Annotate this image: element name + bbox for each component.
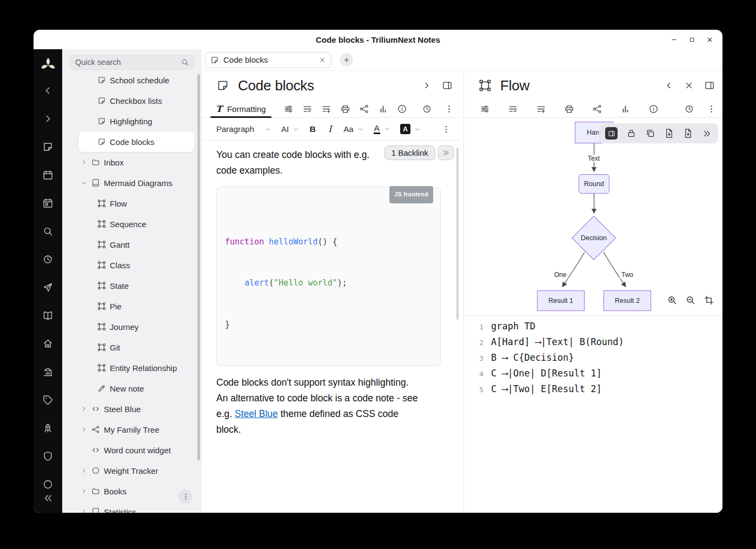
- note-title[interactable]: Code blocks: [238, 77, 314, 94]
- jump-to-note-launcher[interactable]: [34, 273, 62, 301]
- tree-item-steel-blue[interactable]: Steel Blue: [70, 399, 194, 419]
- expand-note-button[interactable]: [422, 81, 432, 90]
- revisions-button[interactable]: [421, 103, 432, 114]
- toggle-editor-panel-button[interactable]: [605, 127, 618, 140]
- pane-divider[interactable]: [460, 71, 464, 513]
- tree-item-journey[interactable]: Journey: [70, 316, 194, 337]
- backlink-expand-button[interactable]: [438, 145, 454, 160]
- chevron-right-icon[interactable]: [80, 487, 88, 495]
- text-size-dropdown[interactable]: Aa: [339, 122, 368, 136]
- tree-item-new-note[interactable]: New note: [70, 378, 194, 399]
- minimize-button[interactable]: [669, 35, 678, 44]
- owned-attributes-button[interactable]: [507, 103, 518, 114]
- new-note-launcher[interactable]: [34, 133, 62, 161]
- inherited-attributes-button[interactable]: [535, 103, 546, 114]
- tree-item-flow[interactable]: Flow: [70, 193, 194, 214]
- background-color-dropdown[interactable]: A: [396, 122, 425, 136]
- note-info-button[interactable]: [378, 103, 389, 114]
- tree-item-statistics[interactable]: Statistics: [70, 501, 194, 513]
- tree-item-gantt[interactable]: Gantt: [70, 234, 194, 255]
- chevron-right-icon[interactable]: [80, 158, 88, 166]
- italic-button[interactable]: I: [322, 121, 338, 137]
- tree-item-class[interactable]: Class: [70, 255, 194, 275]
- font-color-dropdown[interactable]: A: [369, 122, 395, 136]
- tree-item-code-blocks[interactable]: Code blocks: [78, 131, 194, 152]
- tab-close-button[interactable]: [319, 56, 326, 64]
- tree-item-state[interactable]: State: [70, 275, 194, 296]
- tree-item-school-schedule[interactable]: School schedule: [70, 70, 194, 90]
- tree-item-books[interactable]: Books: [70, 481, 194, 501]
- toggle-panel-button[interactable]: [704, 80, 715, 91]
- tree-item-checkbox-lists[interactable]: Checkbox lists: [70, 90, 194, 111]
- steel-blue-link[interactable]: Steel Blue: [235, 408, 278, 419]
- close-button[interactable]: [705, 35, 714, 44]
- tree-item-sequence[interactable]: Sequence: [70, 214, 194, 234]
- print-button[interactable]: [563, 103, 574, 114]
- ribbon-tab-formatting[interactable]: T Formatting: [210, 100, 271, 117]
- chevron-down-icon[interactable]: [80, 179, 88, 187]
- note-map-button[interactable]: [359, 103, 370, 114]
- tree-item-my-family-tree[interactable]: My Family Tree: [70, 419, 194, 440]
- maximize-button[interactable]: [687, 35, 696, 44]
- toolbar-overflow-button[interactable]: [702, 129, 712, 138]
- home-launcher[interactable]: [34, 329, 62, 358]
- today-launcher[interactable]: [34, 189, 62, 217]
- expand-tree-button[interactable]: [34, 104, 62, 133]
- tree-item-inbox[interactable]: Inbox: [70, 152, 194, 173]
- code-block[interactable]: JS frontend function helloWorld() { aler…: [216, 187, 441, 366]
- open-notes-launcher[interactable]: [34, 301, 62, 329]
- titlebar[interactable]: Code blocks - TriliumNext Notes: [34, 30, 722, 49]
- tree-item-highlighting[interactable]: Highlighting: [70, 111, 194, 131]
- info-button[interactable]: [648, 103, 659, 114]
- archive-launcher[interactable]: [34, 358, 62, 386]
- quick-search[interactable]: [69, 55, 195, 70]
- copy-image-button[interactable]: [645, 128, 655, 138]
- mermaid-source-editor[interactable]: 1graph TD 2A[Hard] ⟶|Text| B(Round) 3B ⟶…: [464, 316, 722, 513]
- collapse-pane-button[interactable]: [664, 81, 674, 90]
- editor-scrollbar[interactable]: [456, 148, 459, 320]
- note-title[interactable]: Flow: [500, 77, 529, 94]
- backlink-button[interactable]: 1 Backlink: [384, 145, 435, 160]
- toolbar-more-button[interactable]: [438, 121, 454, 137]
- tree-item-entity-relationship[interactable]: Entity Relationship: [70, 358, 194, 378]
- collapse-launcher-button[interactable]: [34, 490, 62, 506]
- export-svg-button[interactable]: [683, 128, 693, 138]
- export-png-button[interactable]: [664, 128, 674, 138]
- note-map-button[interactable]: [592, 103, 602, 114]
- chevron-right-icon[interactable]: [80, 426, 88, 433]
- tree-scrollbar[interactable]: [197, 74, 200, 460]
- tree-item-pie[interactable]: Pie: [70, 296, 194, 316]
- reset-zoom-button[interactable]: [704, 295, 714, 306]
- quick-search-input[interactable]: [75, 58, 176, 67]
- basic-properties-button[interactable]: [479, 103, 490, 114]
- tree-item-weight-tracker[interactable]: Weight Tracker: [70, 460, 194, 481]
- ribbon-more-button[interactable]: [443, 103, 454, 114]
- bold-button[interactable]: B: [304, 121, 321, 137]
- tree-item-git[interactable]: Git: [70, 337, 194, 358]
- basic-properties-button[interactable]: [283, 103, 294, 114]
- lock-button[interactable]: [626, 128, 636, 138]
- info-button[interactable]: [397, 103, 408, 114]
- tree-item-word-count-widget[interactable]: Word count widget: [70, 440, 194, 460]
- note-info-button[interactable]: [620, 103, 631, 114]
- recent-changes-launcher[interactable]: [34, 245, 62, 273]
- zoom-in-button[interactable]: [667, 295, 678, 306]
- chevron-right-icon[interactable]: [80, 467, 88, 474]
- inherited-attributes-button[interactable]: [321, 103, 332, 114]
- chevron-right-icon[interactable]: [80, 508, 88, 513]
- chevron-right-icon[interactable]: [80, 405, 88, 413]
- paragraph-style-dropdown[interactable]: Paragraph: [212, 122, 276, 136]
- shield-launcher[interactable]: [34, 442, 62, 470]
- print-button[interactable]: [340, 103, 351, 114]
- rocket-launcher[interactable]: [34, 414, 62, 442]
- toggle-panel-button[interactable]: [442, 80, 453, 91]
- revisions-button[interactable]: [684, 103, 694, 114]
- tags-launcher[interactable]: [34, 386, 62, 414]
- ai-dropdown[interactable]: AI: [277, 122, 303, 136]
- new-tab-button[interactable]: [340, 53, 353, 67]
- ribbon-more-button[interactable]: [706, 103, 717, 114]
- close-pane-button[interactable]: [684, 81, 694, 90]
- note-editor[interactable]: 1 Backlink You can create code blocks wi…: [202, 141, 460, 513]
- search-launcher[interactable]: [34, 217, 62, 245]
- collapse-tree-button[interactable]: [34, 76, 62, 104]
